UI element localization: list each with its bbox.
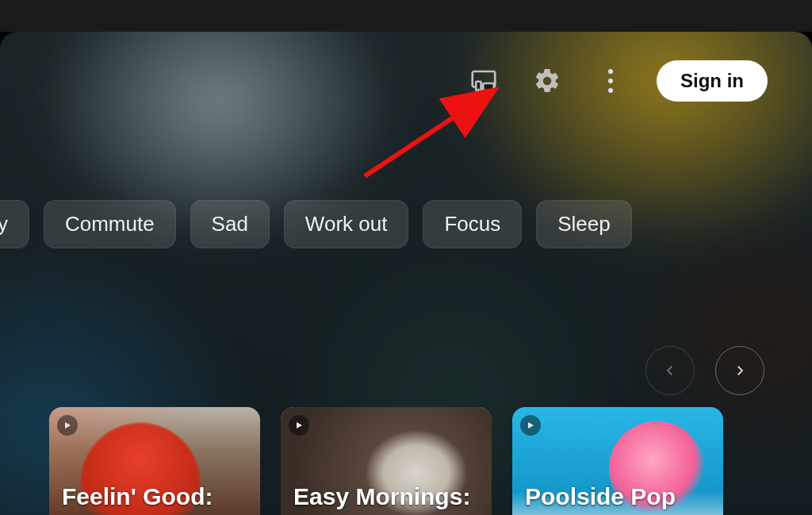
chip-focus[interactable]: Focus bbox=[423, 200, 522, 248]
carousel-prev-button[interactable] bbox=[645, 346, 695, 395]
chip-work-out[interactable]: Work out bbox=[284, 200, 409, 248]
chip-label: rty bbox=[0, 212, 8, 236]
cast-icon[interactable] bbox=[466, 63, 501, 98]
chip-label: Focus bbox=[444, 212, 500, 236]
playlist-cards-row: Feelin' Good: Easy Mornings: Poolside Po… bbox=[49, 407, 723, 515]
chip-label: Sad bbox=[212, 212, 248, 236]
card-title: Poolside Pop bbox=[525, 483, 714, 510]
chip-partial[interactable]: rty bbox=[0, 200, 29, 248]
svg-marker-5 bbox=[297, 422, 302, 429]
svg-rect-3 bbox=[483, 83, 494, 90]
play-icon bbox=[289, 415, 309, 436]
more-icon[interactable] bbox=[593, 63, 628, 98]
gear-icon[interactable] bbox=[530, 63, 565, 98]
playlist-card[interactable]: Feelin' Good: bbox=[49, 407, 260, 515]
play-icon bbox=[520, 415, 541, 436]
header-actions: Sign in bbox=[466, 60, 768, 102]
chip-label: Commute bbox=[65, 212, 155, 236]
mood-chips-row: rty Commute Sad Work out Focus Sleep bbox=[0, 200, 812, 248]
svg-marker-4 bbox=[65, 422, 71, 429]
carousel-nav bbox=[645, 346, 764, 395]
playlist-card[interactable]: Poolside Pop bbox=[512, 407, 723, 515]
card-title: Feelin' Good: bbox=[62, 483, 251, 510]
app-viewport: Sign in rty Commute Sad Work out Focus S… bbox=[0, 0, 812, 515]
svg-point-2 bbox=[477, 88, 479, 90]
play-icon bbox=[57, 415, 78, 436]
device-status-bar bbox=[0, 0, 812, 32]
carousel-next-button[interactable] bbox=[715, 346, 764, 395]
chevron-right-icon bbox=[733, 363, 747, 378]
chip-sleep[interactable]: Sleep bbox=[536, 200, 632, 248]
chip-commute[interactable]: Commute bbox=[44, 200, 176, 248]
card-title: Easy Mornings: bbox=[293, 483, 482, 510]
chip-sad[interactable]: Sad bbox=[190, 200, 270, 248]
chip-label: Sleep bbox=[557, 212, 611, 236]
chevron-left-icon bbox=[663, 363, 677, 378]
chip-label: Work out bbox=[305, 212, 388, 236]
sign-in-button[interactable]: Sign in bbox=[657, 60, 768, 102]
svg-marker-6 bbox=[528, 422, 534, 429]
playlist-card[interactable]: Easy Mornings: bbox=[281, 407, 492, 515]
